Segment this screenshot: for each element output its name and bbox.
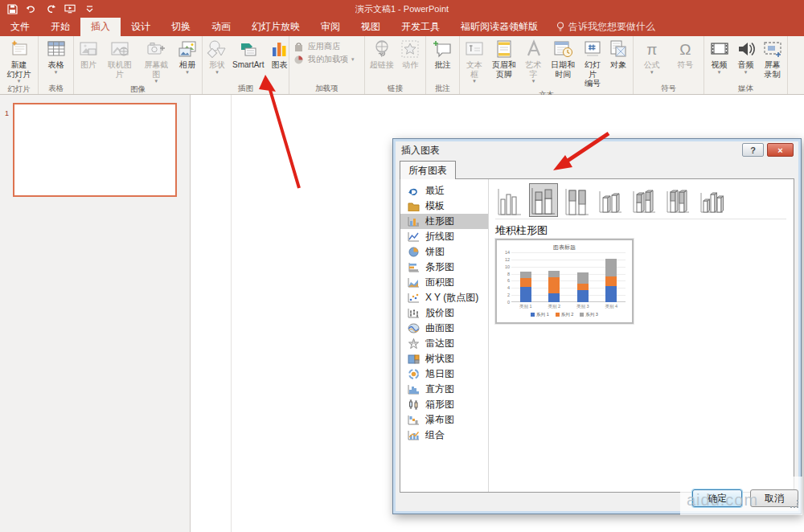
slide-1-thumbnail[interactable]: [13, 103, 177, 197]
category-radar[interactable]: 雷达图: [400, 336, 488, 351]
dialog-title: 插入图表: [401, 144, 440, 158]
subtype-3d-column[interactable]: [698, 183, 727, 217]
tell-me-box[interactable]: 告诉我您想要做什么: [548, 18, 663, 36]
audio-button[interactable]: 音频: [733, 38, 759, 75]
chart-button[interactable]: 图表: [266, 38, 292, 71]
chart-category-list: 最近 模板 柱形图 折线图 饼图 条形图 面积图 X Y (散点图) 股价图 曲…: [400, 179, 489, 492]
picture-button[interactable]: 图片: [76, 38, 101, 71]
redo-icon[interactable]: [45, 3, 56, 14]
store-button[interactable]: 应用商店: [291, 40, 342, 53]
tab-animations[interactable]: 动画: [201, 18, 241, 36]
bar-segment: [605, 276, 617, 286]
dialog-content-box: 最近 模板 柱形图 折线图 饼图 条形图 面积图 X Y (散点图) 股价图 曲…: [400, 178, 794, 493]
dialog-help-button[interactable]: ?: [742, 143, 764, 157]
undo-icon[interactable]: [26, 3, 37, 14]
comment-button[interactable]: 批注: [430, 38, 456, 71]
tab-design[interactable]: 设计: [121, 18, 161, 36]
online-pictures-button[interactable]: 联机图片: [101, 38, 138, 80]
subtype-3d-100-stacked-column[interactable]: [664, 183, 693, 217]
equation-button[interactable]: π 公式: [639, 38, 665, 75]
tab-insert[interactable]: 插入: [80, 18, 121, 36]
action-label: 动作: [402, 60, 418, 70]
online-pictures-label: 联机图片: [104, 60, 136, 79]
bar-segment: [520, 278, 531, 287]
header-footer-button[interactable]: 页眉和页脚: [487, 38, 521, 80]
dialog-close-button[interactable]: ×: [767, 143, 794, 157]
treemap-chart-icon: [407, 354, 420, 365]
subtype-3d-clustered-column[interactable]: [597, 183, 626, 217]
category-treemap[interactable]: 树状图: [400, 351, 488, 366]
category-area[interactable]: 面积图: [400, 275, 488, 290]
wordart-button[interactable]: 艺术字: [521, 38, 547, 84]
ribbon-spacer: [788, 36, 804, 94]
shapes-button[interactable]: 形状: [204, 38, 230, 75]
symbol-button[interactable]: Ω 符号: [672, 38, 698, 71]
hyperlink-button[interactable]: 超链接: [367, 38, 396, 71]
tab-file[interactable]: 文件: [0, 18, 40, 36]
scatter-chart-icon: [407, 293, 420, 304]
resize-grip[interactable]: [790, 500, 798, 508]
category-pie[interactable]: 饼图: [400, 244, 488, 260]
subtype-clustered-column[interactable]: [495, 183, 524, 217]
tab-developer[interactable]: 开发工具: [391, 18, 450, 36]
category-bar[interactable]: 条形图: [400, 260, 488, 275]
my-addins-button[interactable]: 我的加载项 ▾: [291, 53, 356, 66]
screen-record-button[interactable]: 屏幕 录制: [760, 38, 786, 80]
new-slide-button[interactable]: 新建 幻灯片: [5, 38, 34, 84]
y-tick-label: 8: [499, 272, 510, 276]
slide-number: 1: [5, 109, 9, 117]
photo-album-button[interactable]: 相册: [174, 38, 200, 75]
subtype-3d-stacked-column[interactable]: [630, 183, 659, 217]
tab-view[interactable]: 视图: [351, 18, 391, 36]
subtype-100-stacked-column[interactable]: [563, 183, 592, 217]
picture-label: 图片: [80, 60, 96, 70]
category-line[interactable]: 折线图: [400, 229, 488, 244]
subtype-stacked-column[interactable]: [529, 183, 558, 217]
legend-swatch: [580, 313, 584, 317]
all-charts-tab[interactable]: 所有图表: [400, 161, 456, 179]
category-recent[interactable]: 最近: [400, 183, 488, 198]
video-button[interactable]: 视频: [707, 38, 732, 75]
object-button[interactable]: 对象: [605, 38, 631, 71]
save-icon[interactable]: [6, 3, 18, 14]
templates-icon: [407, 201, 420, 212]
smartart-icon: [238, 39, 259, 59]
customize-quick-access-icon[interactable]: [84, 3, 95, 14]
ok-button[interactable]: 确定: [692, 489, 742, 507]
category-templates[interactable]: 模板: [400, 198, 488, 214]
textbox-button[interactable]: 文本框: [461, 38, 487, 84]
category-sunburst[interactable]: 旭日图: [400, 366, 488, 382]
chart-preview[interactable]: 图表标题 类别 1类别 2类别 3类别 4 系列 1系列 2系列 3 02468…: [495, 239, 634, 324]
slide-number-button[interactable]: 幻灯片 编号: [580, 38, 605, 89]
category-stock[interactable]: 股价图: [400, 305, 488, 321]
category-surface[interactable]: 曲面图: [400, 321, 488, 336]
group-label-slides: 幻灯片: [2, 84, 36, 95]
category-waterfall[interactable]: 瀑布图: [400, 412, 488, 428]
slideshow-from-start-icon[interactable]: [64, 3, 76, 14]
audio-icon: [736, 39, 757, 59]
tab-home[interactable]: 开始: [40, 18, 80, 36]
bar-segment: [520, 287, 531, 302]
group-comments: 批注 批注: [426, 36, 460, 94]
smartart-button[interactable]: SmartArt: [230, 38, 266, 71]
screenshot-button[interactable]: 屏幕截图: [138, 38, 175, 84]
category-box-whisker[interactable]: 箱形图: [400, 397, 488, 412]
tab-foxit[interactable]: 福昕阅读器领鲜版: [450, 18, 548, 36]
category-histogram[interactable]: 直方图: [400, 382, 488, 397]
category-label: 柱形图: [425, 215, 454, 228]
tab-review[interactable]: 审阅: [310, 18, 351, 36]
table-button[interactable]: 表格: [43, 38, 69, 75]
group-text: 文本框 页眉和页脚 艺术字 日期和时间 幻灯片 编号: [460, 36, 634, 94]
object-icon: [608, 39, 629, 59]
category-combo[interactable]: 组合: [400, 428, 488, 443]
tab-slideshow[interactable]: 幻灯片放映: [241, 18, 310, 36]
date-time-icon: [552, 39, 573, 59]
category-column[interactable]: 柱形图: [400, 214, 488, 229]
preview-chart: 图表标题 类别 1类别 2类别 3类别 4 系列 1系列 2系列 3 02468…: [498, 242, 630, 321]
tab-transitions[interactable]: 切换: [161, 18, 201, 36]
date-time-button[interactable]: 日期和时间: [547, 38, 580, 80]
symbol-label: 符号: [677, 60, 693, 70]
category-scatter[interactable]: X Y (散点图): [400, 290, 488, 305]
action-button[interactable]: 动作: [397, 38, 423, 71]
y-tick-label: 10: [499, 264, 510, 269]
